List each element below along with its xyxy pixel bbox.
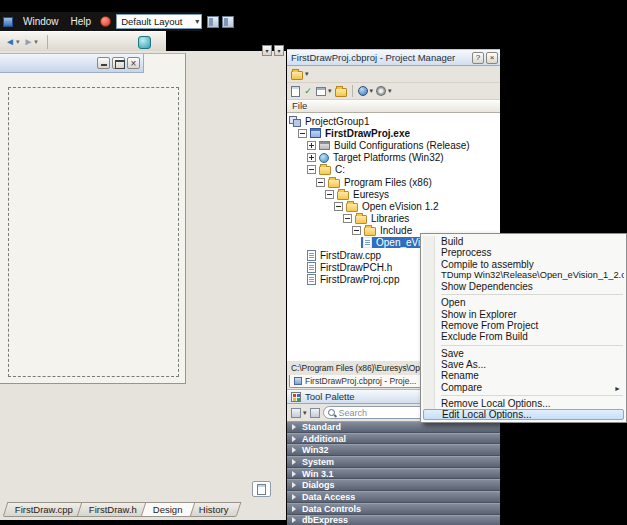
designer-titlebar[interactable] <box>0 54 144 73</box>
tree-item-euresys[interactable]: Euresys <box>287 188 500 200</box>
tree-item-projectgroup1[interactable]: ProjectGroup1 <box>287 115 500 127</box>
tab-history[interactable]: History <box>186 502 240 517</box>
forward-button[interactable]: ► <box>23 37 33 47</box>
submenu-arrow-icon: ► <box>614 383 621 393</box>
menu-item-remove-from-project[interactable]: Remove From Project <box>423 320 624 331</box>
check-icon: ✓ <box>303 86 313 96</box>
header-file-icon <box>307 262 316 273</box>
category-win32[interactable]: Win32 <box>287 444 500 456</box>
category-data-access[interactable]: Data Access <box>287 491 500 503</box>
build-configuration-button[interactable]: ▾ <box>358 86 374 96</box>
category-label: Standard <box>302 422 341 432</box>
sync-button[interactable]: ✓ <box>303 86 313 96</box>
collapse-icon[interactable] <box>325 190 334 199</box>
file-column-header[interactable]: File <box>287 100 500 113</box>
tree-item-label: Target Platforms (Win32) <box>332 152 445 163</box>
app-icon <box>3 17 13 27</box>
menu-item-show-dependencies[interactable]: Show Dependencies <box>423 281 624 292</box>
dropdown-button[interactable]: ▾ <box>262 45 272 56</box>
category-dialogs[interactable]: Dialogs <box>287 479 500 491</box>
folder-icon <box>364 227 376 236</box>
dropdown-button[interactable]: ▾ <box>274 45 284 56</box>
menu-window[interactable]: Window <box>17 12 65 31</box>
category-system[interactable]: System <box>287 456 500 468</box>
menu-item-tdump[interactable]: TDump Win32\Release\Open_eVision_1_2.obj <box>423 270 624 281</box>
cpp-file-icon <box>307 274 316 285</box>
category-additional[interactable]: Additional <box>287 433 500 445</box>
tab-project-manager[interactable]: FirstDrawProj.cbproj - Proje... <box>289 375 421 388</box>
tab-label: FirstDrawProj.cbproj - Proje... <box>305 376 416 386</box>
search-icon <box>328 409 336 417</box>
project-tab-icon <box>294 377 302 385</box>
collapse-icon[interactable] <box>343 214 352 223</box>
new-items-icon[interactable] <box>138 36 151 49</box>
menu-item-edit-local-options[interactable]: Edit Local Options... <box>423 409 624 420</box>
cpp-file-icon <box>307 250 316 261</box>
layout-combobox[interactable]: Default Layout ▾ <box>116 14 202 29</box>
tree-item-firstdrawproj-exe[interactable]: FirstDrawProj.exe <box>287 127 500 139</box>
palette-categories-button[interactable]: ▾ <box>291 408 307 418</box>
category-label: Data Controls <box>302 504 361 514</box>
toolbar-separator <box>352 85 353 97</box>
category-data-controls[interactable]: Data Controls <box>287 503 500 515</box>
menu-item-open[interactable]: Open <box>423 297 624 308</box>
show-source-button[interactable] <box>291 86 300 97</box>
project-manager-toolbar: ▾ <box>287 66 500 83</box>
sort-by-button[interactable]: ▾ <box>316 87 332 96</box>
back-button[interactable]: ◄ <box>5 37 15 47</box>
folder-icon <box>328 179 340 188</box>
minimize-button[interactable] <box>97 57 110 69</box>
help-button[interactable]: ? <box>472 52 484 64</box>
project-manager-titlebar[interactable]: FirstDrawProj.cbproj - Project Manager ?… <box>287 49 500 66</box>
projects-dropdown-button[interactable]: ▾ <box>291 69 309 80</box>
tree-item-target-platforms[interactable]: Target Platforms (Win32) <box>287 152 500 164</box>
tool-palette-title: Tool Palette <box>305 391 355 402</box>
save-layout-icon[interactable] <box>207 16 219 28</box>
tree-item-c-drive[interactable]: C: <box>287 164 500 176</box>
menu-item-save-as[interactable]: Save As... <box>423 359 624 370</box>
menu-item-preprocess[interactable]: Preprocess <box>423 247 624 258</box>
menu-item-compare[interactable]: Compare ► <box>423 382 624 393</box>
close-button[interactable] <box>127 57 140 69</box>
group-by-button[interactable] <box>335 86 347 97</box>
tree-item-build-configurations[interactable]: Build Configurations (Release) <box>287 139 500 151</box>
expand-icon[interactable] <box>307 141 316 150</box>
tree-item-program-files[interactable]: Program Files (x86) <box>287 176 500 188</box>
target-platform-icon <box>319 153 329 163</box>
tree-item-open-evision[interactable]: Open eVision 1.2 <box>287 200 500 212</box>
back-dropdown-icon[interactable]: ▾ <box>16 38 20 46</box>
collapse-icon[interactable] <box>298 129 307 138</box>
options-button[interactable]: ▾ <box>376 86 392 96</box>
category-win31[interactable]: Win 3.1 <box>287 468 500 480</box>
tab-firstdraw-cpp[interactable]: FirstDraw.cpp <box>3 502 86 517</box>
delete-layout-icon[interactable] <box>222 16 234 28</box>
tree-item-libraries[interactable]: Libraries <box>287 213 500 225</box>
collapse-icon[interactable] <box>307 165 316 174</box>
menu-item-compile-to-assembly[interactable]: Compile to assembly <box>423 259 624 270</box>
close-button[interactable]: × <box>486 52 498 64</box>
tab-firstdraw-h[interactable]: FirstDraw.h <box>77 502 150 517</box>
context-menu: Build Preprocess Compile to assembly TDu… <box>420 233 627 423</box>
menu-item-rename[interactable]: Rename <box>423 370 624 381</box>
menu-item-exclude-from-build[interactable]: Exclude From Build <box>423 331 624 342</box>
maximize-button[interactable] <box>112 57 125 69</box>
tree-item-label: FirstDraw.cpp <box>319 250 382 261</box>
form-design-surface[interactable] <box>8 87 179 377</box>
chevron-right-icon <box>292 517 296 523</box>
application-icon <box>310 128 321 138</box>
collapse-icon[interactable] <box>352 226 361 235</box>
menu-item-show-in-explorer[interactable]: Show in Explorer <box>423 309 624 320</box>
menu-item-remove-local-options[interactable]: Remove Local Options... <box>423 398 624 409</box>
tab-design[interactable]: Design <box>141 502 195 517</box>
collapse-icon[interactable] <box>316 178 325 187</box>
tool-palette-icon <box>291 392 301 402</box>
category-dbexpress[interactable]: dbExpress <box>287 515 500 525</box>
menu-help[interactable]: Help <box>65 12 98 31</box>
forward-dropdown-icon[interactable]: ▾ <box>34 38 38 46</box>
menu-item-save[interactable]: Save <box>423 348 624 359</box>
menu-item-build[interactable]: Build <box>423 236 624 247</box>
collapse-icon[interactable] <box>334 202 343 211</box>
panel-title: FirstDrawProj.cbproj - Project Manager <box>291 52 470 63</box>
expand-icon[interactable] <box>307 153 316 162</box>
palette-filter-button[interactable] <box>310 408 320 418</box>
